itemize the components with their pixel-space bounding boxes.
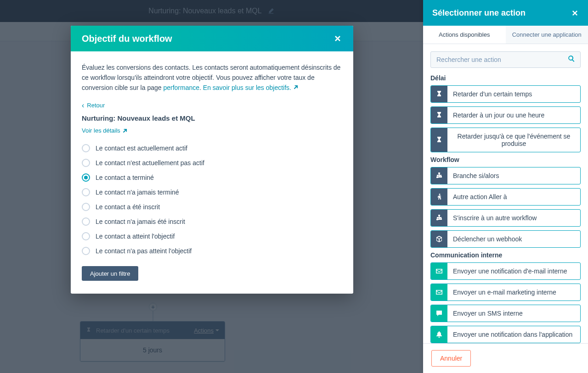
goal-radio-option[interactable]: Le contact n'a jamais terminé	[82, 187, 342, 197]
radio-label: Le contact n'a pas atteint l'objectif	[96, 246, 192, 256]
action-item-label: Retarder à un jour ou une heure	[447, 107, 580, 123]
radio-icon	[82, 232, 90, 240]
action-item-label: Retarder jusqu'à ce que l'événement se p…	[447, 128, 580, 152]
walk-icon	[431, 189, 447, 205]
hourglass-icon	[431, 86, 447, 102]
desc-period: .	[199, 84, 203, 91]
sitemap-icon	[431, 210, 447, 226]
action-item-label: Envoyer une notification d'e-mail intern…	[447, 263, 580, 279]
action-item-label: Envoyer un SMS interne	[447, 305, 580, 322]
close-icon[interactable]	[571, 9, 579, 17]
goal-radio-option[interactable]: Le contact a été inscrit	[82, 202, 342, 212]
goal-radio-option[interactable]: Le contact n'a jamais été inscrit	[82, 217, 342, 227]
goal-radio-option[interactable]: Le contact n'a pas atteint l'objectif	[82, 246, 342, 256]
action-item[interactable]: Envoyer une notification dans l'applicat…	[430, 326, 581, 343]
search-row	[430, 51, 581, 68]
back-row: Retour	[82, 100, 342, 111]
action-item[interactable]: Retarder à un jour ou une heure	[430, 106, 581, 124]
action-item[interactable]: Envoyer un SMS interne	[430, 305, 581, 322]
modal-body: Évaluez les conversions des contacts. Le…	[71, 51, 353, 294]
action-item[interactable]: Retarder d'un certain temps	[430, 85, 581, 103]
performance-link[interactable]: performance	[163, 84, 199, 91]
close-icon[interactable]	[333, 34, 342, 43]
radio-label: Le contact a atteint l'objectif	[96, 231, 175, 241]
panel-title: Sélectionner une action	[432, 8, 526, 18]
cancel-button[interactable]: Annuler	[431, 350, 471, 367]
sms-icon	[431, 305, 447, 322]
goal-radio-list: Le contact est actuellement actifLe cont…	[82, 143, 342, 256]
goal-radio-option[interactable]: Le contact a atteint l'objectif	[82, 231, 342, 241]
panel-scroll-area[interactable]: DélaiRetarder d'un certain tempsRetarder…	[423, 44, 588, 343]
action-section-title: Délai	[430, 74, 581, 82]
search-icon[interactable]	[568, 55, 576, 63]
action-item-label: Autre action Aller à	[447, 189, 580, 205]
radio-label: Le contact a été inscrit	[96, 202, 160, 212]
mail-icon	[431, 284, 447, 301]
mail-icon	[431, 263, 447, 279]
action-panel: Sélectionner une action Actions disponib…	[423, 0, 588, 373]
bell-icon	[431, 326, 447, 343]
panel-tab[interactable]: Actions disponibles	[423, 26, 506, 44]
radio-icon	[82, 247, 90, 255]
radio-icon	[82, 203, 90, 211]
learn-more-link[interactable]: En savoir plus sur les objectifs.	[203, 84, 298, 91]
learn-more-label: En savoir plus sur les objectifs.	[203, 84, 291, 91]
panel-footer: Annuler	[423, 343, 588, 373]
radio-label: Le contact n'a jamais terminé	[96, 187, 179, 197]
action-item-label: Déclencher un webhook	[447, 231, 580, 247]
panel-tabs: Actions disponiblesConnecter une applica…	[423, 26, 588, 44]
sitemap-icon	[431, 167, 447, 184]
panel-tab[interactable]: Connecter une application	[506, 26, 588, 44]
goal-radio-option[interactable]: Le contact n'est actuellement pas actif	[82, 158, 342, 168]
action-item-label: Branche si/alors	[447, 167, 580, 184]
view-details-label: Voir les détails	[82, 126, 120, 136]
goal-radio-option[interactable]: Le contact est actuellement actif	[82, 143, 342, 153]
view-details-link[interactable]: Voir les détails	[82, 126, 127, 136]
radio-label: Le contact n'est actuellement pas actif	[96, 158, 204, 168]
action-section-title: Communication interne	[430, 251, 581, 259]
modal-description: Évaluez les conversions des contacts. Le…	[82, 62, 342, 93]
radio-icon	[82, 188, 90, 196]
radio-label: Le contact n'a jamais été inscrit	[96, 217, 185, 227]
cube-icon	[431, 231, 447, 247]
goal-radio-option[interactable]: Le contact a terminé	[82, 173, 342, 183]
radio-label: Le contact a terminé	[96, 173, 154, 183]
hourglass-icon	[431, 107, 447, 123]
action-item-label: Envoyer une notification dans l'applicat…	[447, 326, 580, 343]
selected-workflow-name: Nurturing: Nouveaux leads et MQL	[82, 113, 342, 123]
add-filter-button[interactable]: Ajouter un filtre	[82, 266, 138, 281]
radio-icon	[82, 144, 90, 152]
workflow-goal-modal: Objectif du workflow Évaluez les convers…	[71, 26, 353, 294]
action-item-label: Envoyer un e-mail marketing interne	[447, 284, 580, 301]
radio-label: Le contact est actuellement actif	[96, 143, 187, 153]
action-item[interactable]: S'inscrire à un autre workflow	[430, 209, 581, 227]
action-item[interactable]: Envoyer une notification d'e-mail intern…	[430, 262, 581, 280]
svg-point-0	[439, 194, 441, 195]
back-link[interactable]: Retour	[82, 102, 105, 109]
hourglass-icon	[431, 128, 447, 152]
action-section-title: Workflow	[430, 156, 581, 163]
modal-title: Objectif du workflow	[82, 33, 172, 44]
action-item[interactable]: Branche si/alors	[430, 167, 581, 184]
action-item-label: Retarder d'un certain temps	[447, 86, 580, 102]
modal-header: Objectif du workflow	[71, 26, 353, 51]
radio-icon	[82, 217, 90, 226]
action-item[interactable]: Déclencher un webhook	[430, 230, 581, 248]
action-item[interactable]: Retarder jusqu'à ce que l'événement se p…	[430, 128, 581, 152]
action-item-label: S'inscrire à un autre workflow	[447, 210, 580, 226]
radio-icon	[82, 159, 90, 167]
action-item[interactable]: Envoyer un e-mail marketing interne	[430, 284, 581, 301]
search-input[interactable]	[430, 51, 581, 68]
panel-header: Sélectionner une action	[423, 0, 588, 26]
radio-icon	[82, 173, 90, 182]
action-item[interactable]: Autre action Aller à	[430, 188, 581, 206]
